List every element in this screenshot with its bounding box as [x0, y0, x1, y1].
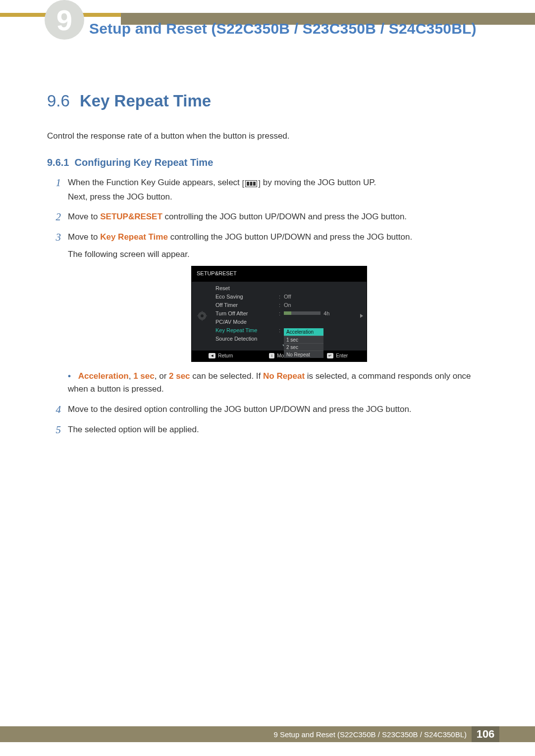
note-text: can be selected. If — [190, 371, 263, 381]
step-4: 4 Move to the desired option controlling… — [47, 403, 490, 416]
osd-title: SETUP&RESET — [192, 266, 367, 281]
step-text: Move to — [68, 232, 100, 242]
step-note: • Acceleration, 1 sec, or 2 sec can be s… — [68, 370, 490, 396]
step-3: 3 Move to Key Repeat Time controlling th… — [47, 231, 490, 396]
subsection-number: 9.6.1 — [47, 157, 69, 168]
emphasis: Key Repeat Time — [100, 232, 168, 242]
footer-path: 9 Setup and Reset (S22C350B / S23C350B /… — [274, 730, 467, 739]
step-text: by moving the JOG button UP. — [263, 178, 376, 187]
osd-option: 1 sec — [284, 336, 323, 343]
step-text: The following screen will appear. — [68, 248, 490, 261]
osd-option-selected: Acceleration — [284, 328, 323, 336]
osd-option: 2 sec — [284, 343, 323, 351]
step-number: 2 — [47, 210, 61, 224]
step-text: Move to the desired option controlling t… — [68, 403, 490, 416]
page-title: Setup and Reset (S22C350B / S23C350B / S… — [89, 19, 505, 38]
svg-rect-2 — [250, 182, 253, 186]
step-number: 1 — [47, 176, 61, 203]
emphasis: Acceleration — [78, 371, 129, 381]
osd-item-label: Source Detection — [215, 335, 279, 343]
osd-screenshot: SETUP&RESET Reset Eco Saving:Off Off Tim… — [191, 266, 367, 361]
osd-item-label: Turn Off After — [215, 309, 279, 318]
return-key-icon: ◄ — [209, 353, 215, 358]
osd-footer-label: Enter — [336, 352, 348, 360]
osd-slider — [284, 311, 321, 315]
svg-rect-8 — [197, 315, 199, 316]
emphasis: 2 sec — [169, 371, 190, 381]
section-title: Key Repeat Time — [80, 92, 211, 110]
chapter-number-badge: 9 — [45, 0, 84, 40]
step-5: 5 The selected option will be applied. — [47, 423, 490, 437]
step-1: 1 When the Function Key Guide appears, s… — [47, 176, 490, 203]
section-number: 9.6 — [47, 92, 70, 110]
step-text: Next, press the JOG button. — [68, 191, 490, 204]
note-text: , or — [155, 371, 169, 381]
footer-accent — [499, 726, 535, 742]
osd-footer-label: Return — [218, 352, 233, 360]
menu-icon: [ ] — [242, 177, 261, 191]
step-text: The selected option will be applied. — [68, 423, 490, 437]
svg-rect-1 — [247, 182, 249, 186]
step-text: When the Function Key Guide appears, sel… — [68, 178, 240, 187]
osd-menu: Reset Eco Saving:Off Off Timer:On Turn O… — [213, 282, 357, 351]
section-intro: Control the response rate of a button wh… — [47, 131, 490, 141]
osd-left-gutter — [192, 282, 213, 351]
osd-item-label: Reset — [215, 284, 279, 293]
osd-item-value: 4h — [323, 310, 329, 316]
osd-item-label: PC/AV Mode — [215, 318, 279, 326]
bullet-icon: • — [68, 371, 76, 381]
emphasis: 1 sec — [133, 371, 155, 381]
gear-icon — [197, 311, 207, 321]
osd-footer: ◄Return ↕Move ↵Enter — [192, 351, 367, 361]
page-number: 106 — [472, 726, 499, 742]
svg-rect-7 — [202, 319, 203, 321]
osd-item-label-active: Key Repeat Time — [215, 326, 279, 335]
svg-point-5 — [201, 314, 204, 317]
page-footer: 9 Setup and Reset (S22C350B / S23C350B /… — [0, 726, 535, 742]
subsection-heading: 9.6.1 Configuring Key Repeat Time — [47, 157, 490, 168]
osd-item-label: Off Timer — [215, 301, 279, 309]
step-text: Move to — [68, 212, 100, 221]
osd-option-popup: Acceleration 1 sec 2 sec No Repeat — [284, 328, 323, 358]
step-number: 4 — [47, 403, 61, 416]
osd-item-value: Off — [284, 293, 357, 301]
osd-right-gutter — [357, 282, 367, 351]
svg-rect-9 — [205, 315, 207, 316]
emphasis: SETUP&RESET — [100, 212, 162, 221]
osd-item-value: On — [284, 301, 357, 309]
subsection-title: Configuring Key Repeat Time — [75, 157, 214, 168]
step-number: 3 — [47, 231, 61, 396]
step-2: 2 Move to SETUP&RESET controlling the JO… — [47, 210, 490, 224]
step-number: 5 — [47, 423, 61, 437]
move-key-icon: ↕ — [269, 353, 274, 358]
osd-item-label: Eco Saving — [215, 293, 279, 301]
step-text: controlling the JOG button UP/DOWN and p… — [168, 232, 412, 242]
svg-rect-6 — [202, 311, 203, 313]
svg-rect-3 — [253, 182, 256, 186]
chevron-right-icon — [360, 314, 363, 318]
enter-key-icon: ↵ — [327, 353, 333, 358]
emphasis: No Repeat — [263, 371, 305, 381]
osd-option: No Repeat — [284, 351, 323, 358]
step-text: controlling the JOG button UP/DOWN and p… — [162, 212, 407, 221]
